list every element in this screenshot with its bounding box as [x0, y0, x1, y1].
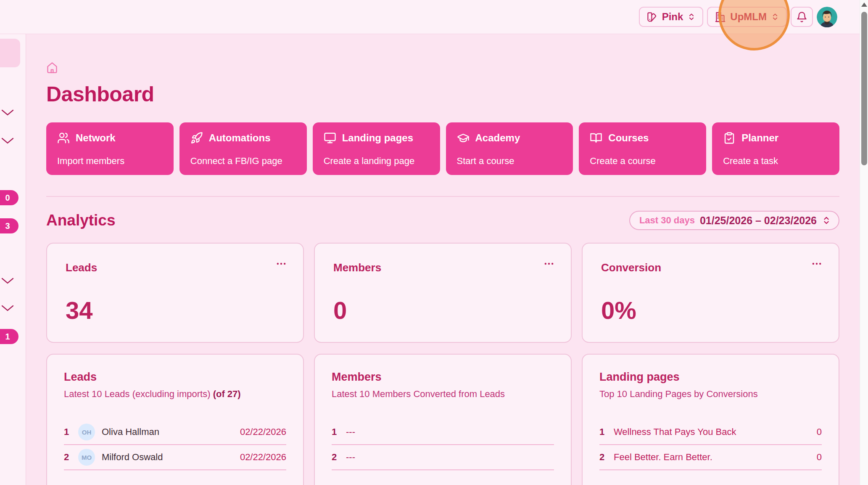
topbar: Pink UpMLM [0, 0, 860, 34]
open-book-icon [590, 132, 602, 144]
quick-action-subtitle: Connect a FB/IG page [190, 156, 296, 167]
landing-pages-list-card: Landing pages Top 10 Landing Pages by Co… [582, 354, 839, 485]
sidebar-active-item[interactable] [0, 39, 20, 67]
analytics-header: Analytics Last 30 days 01/25/2026 – 02/2… [46, 211, 839, 230]
quick-action-subtitle: Start a course [457, 156, 562, 167]
app-window: Pink UpMLM [0, 0, 868, 485]
stat-value: 34 [66, 296, 285, 324]
landing-page-row[interactable]: 1 Wellness That Pays You Back 0 [599, 420, 822, 445]
sidebar-count-badge: 1 [0, 329, 18, 344]
landing-page-name: Wellness That Pays You Back [614, 427, 736, 437]
main-content: Dashboard Network Import members [26, 34, 860, 485]
date-range-value: 01/25/2026 – 02/23/2026 [700, 215, 817, 227]
quick-action-title: Landing pages [342, 132, 413, 144]
chevron-down-icon[interactable] [1, 305, 14, 313]
stat-card-leads: Leads 34 [46, 243, 304, 343]
user-avatar[interactable] [817, 7, 837, 27]
quick-action-subtitle: Create a course [590, 156, 695, 167]
lists-row: Leads Latest 10 Leads (excluding imports… [46, 354, 839, 485]
more-options-icon[interactable] [811, 258, 823, 271]
landing-page-conversions: 0 [817, 427, 822, 437]
quick-action-network[interactable]: Network Import members [46, 122, 174, 175]
building-icon [715, 11, 726, 23]
avatar-initials-chip: MO [78, 449, 95, 466]
quick-action-title: Academy [475, 132, 520, 144]
chevron-down-icon[interactable] [1, 277, 14, 286]
bell-icon [796, 11, 807, 23]
quick-action-automations[interactable]: Automations Connect a FB/IG page [179, 122, 307, 175]
list-subtitle: Latest 10 Members Converted from Leads [332, 389, 554, 400]
quick-action-title: Automations [209, 132, 271, 144]
stat-value: 0 [333, 296, 552, 324]
rocket-icon [190, 132, 203, 144]
chevron-up-down-icon [687, 13, 696, 21]
lead-name: Oliva Hallman [102, 427, 159, 437]
graduation-cap-icon [457, 132, 470, 144]
stat-card-conversion: Conversion 0% [582, 243, 839, 343]
list-subtitle: Latest 10 Leads (excluding imports) (of … [64, 389, 286, 400]
theme-selector-label: Pink [662, 11, 683, 23]
scrollbar-up-arrow-icon[interactable] [861, 3, 867, 7]
home-icon[interactable] [46, 62, 58, 74]
lead-date: 02/22/2026 [240, 452, 286, 463]
lead-row[interactable]: 1 OH Oliva Hallman 02/22/2026 [64, 420, 286, 445]
list-title: Members [332, 371, 554, 384]
users-icon [57, 132, 70, 144]
date-range-preset: Last 30 days [639, 215, 695, 226]
list-title: Leads [64, 371, 286, 384]
workspace-selector-button[interactable]: UpMLM [707, 7, 787, 27]
members-list-card: Members Latest 10 Members Converted from… [314, 354, 572, 485]
analytics-heading: Analytics [46, 212, 116, 229]
sidebar: 0 3 1 [0, 34, 26, 485]
quick-action-title: Planner [741, 132, 778, 144]
scrollbar-thumb[interactable] [861, 12, 867, 165]
quick-action-subtitle: Import members [57, 156, 163, 167]
quick-action-title: Network [76, 132, 116, 144]
quick-action-landing-pages[interactable]: Landing pages Create a landing page [313, 122, 440, 175]
landing-page-conversions: 0 [817, 452, 822, 463]
more-options-icon[interactable] [275, 258, 287, 271]
scrollbar[interactable] [860, 0, 868, 485]
swatchbook-icon [646, 11, 658, 23]
stats-row: Leads 34 Members 0 Conversion 0% [46, 243, 839, 337]
stat-card-members: Members 0 [314, 243, 572, 343]
monitor-icon [324, 132, 336, 144]
lead-date: 02/22/2026 [240, 427, 286, 437]
avatar-initials-chip: OH [78, 424, 95, 440]
more-options-icon[interactable] [543, 258, 555, 271]
quick-action-subtitle: Create a landing page [324, 156, 429, 167]
stat-title: Conversion [601, 261, 820, 274]
theme-selector-button[interactable]: Pink [639, 7, 704, 27]
stat-value: 0% [601, 296, 820, 324]
lead-row[interactable]: 2 MO Milford Oswald 02/22/2026 [64, 445, 286, 470]
chevron-up-down-icon [771, 13, 779, 21]
member-row[interactable]: 1 --- [332, 420, 554, 445]
landing-page-row[interactable]: 2 Feel Better. Earn Better. 0 [599, 445, 822, 470]
date-range-selector[interactable]: Last 30 days 01/25/2026 – 02/23/2026 [629, 211, 839, 230]
quick-action-title: Courses [608, 132, 649, 144]
section-divider [46, 196, 839, 197]
leads-list-card: Leads Latest 10 Leads (excluding imports… [46, 354, 304, 485]
sidebar-count-badge: 3 [0, 218, 18, 233]
member-row[interactable]: 2 --- [332, 445, 554, 470]
quick-actions-row: Network Import members Automations [46, 122, 839, 175]
member-name: --- [346, 427, 355, 437]
list-subtitle: Top 10 Landing Pages by Conversions [599, 389, 822, 400]
list-title: Landing pages [599, 371, 822, 384]
chevron-down-icon[interactable] [1, 137, 14, 146]
landing-page-name: Feel Better. Earn Better. [614, 452, 712, 463]
member-name: --- [346, 452, 355, 463]
workspace-selector-label: UpMLM [730, 11, 767, 23]
stat-title: Leads [66, 261, 285, 274]
notifications-button[interactable] [791, 7, 813, 27]
quick-action-planner[interactable]: Planner Create a task [712, 122, 839, 175]
clipboard-check-icon [723, 132, 736, 144]
quick-action-academy[interactable]: Academy Start a course [446, 122, 573, 175]
chevron-down-icon[interactable] [1, 109, 14, 118]
lead-name: Milford Oswald [102, 452, 163, 463]
page-title: Dashboard [46, 82, 839, 106]
quick-action-subtitle: Create a task [723, 156, 828, 167]
quick-action-courses[interactable]: Courses Create a course [579, 122, 706, 175]
stat-title: Members [333, 261, 552, 274]
chevron-up-down-icon [822, 216, 831, 225]
